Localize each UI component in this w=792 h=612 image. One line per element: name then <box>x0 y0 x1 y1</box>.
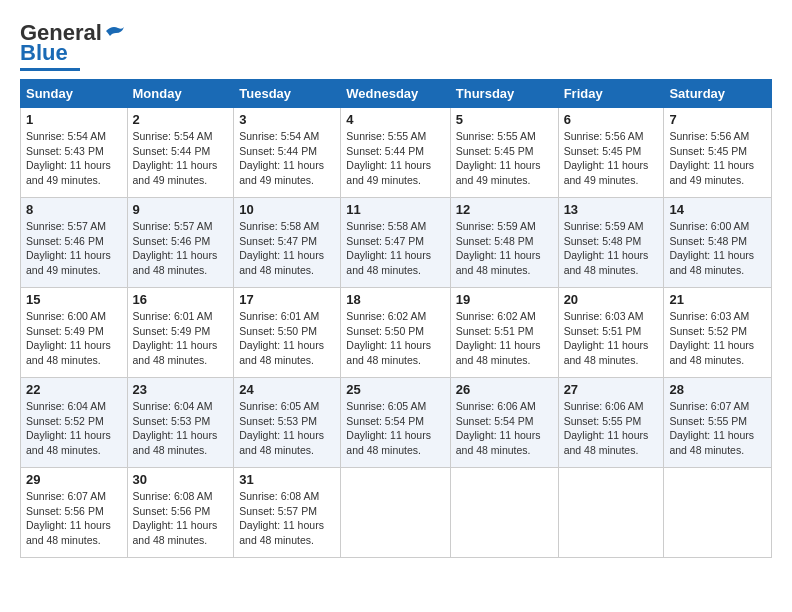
calendar-cell: 3Sunrise: 5:54 AM Sunset: 5:44 PM Daylig… <box>234 108 341 198</box>
calendar-cell: 23Sunrise: 6:04 AM Sunset: 5:53 PM Dayli… <box>127 378 234 468</box>
day-info: Sunrise: 6:07 AM Sunset: 5:56 PM Dayligh… <box>26 489 122 548</box>
day-number: 3 <box>239 112 335 127</box>
day-number: 25 <box>346 382 444 397</box>
day-number: 13 <box>564 202 659 217</box>
calendar-cell: 15Sunrise: 6:00 AM Sunset: 5:49 PM Dayli… <box>21 288 128 378</box>
calendar-cell: 28Sunrise: 6:07 AM Sunset: 5:55 PM Dayli… <box>664 378 772 468</box>
calendar-cell: 5Sunrise: 5:55 AM Sunset: 5:45 PM Daylig… <box>450 108 558 198</box>
day-number: 11 <box>346 202 444 217</box>
calendar-cell: 11Sunrise: 5:58 AM Sunset: 5:47 PM Dayli… <box>341 198 450 288</box>
day-number: 9 <box>133 202 229 217</box>
calendar-cell: 9Sunrise: 5:57 AM Sunset: 5:46 PM Daylig… <box>127 198 234 288</box>
calendar-cell: 24Sunrise: 6:05 AM Sunset: 5:53 PM Dayli… <box>234 378 341 468</box>
calendar-table: SundayMondayTuesdayWednesdayThursdayFrid… <box>20 79 772 558</box>
day-info: Sunrise: 5:59 AM Sunset: 5:48 PM Dayligh… <box>456 219 553 278</box>
day-number: 10 <box>239 202 335 217</box>
calendar-cell: 25Sunrise: 6:05 AM Sunset: 5:54 PM Dayli… <box>341 378 450 468</box>
calendar-cell: 27Sunrise: 6:06 AM Sunset: 5:55 PM Dayli… <box>558 378 664 468</box>
calendar-cell: 6Sunrise: 5:56 AM Sunset: 5:45 PM Daylig… <box>558 108 664 198</box>
calendar-body: 1Sunrise: 5:54 AM Sunset: 5:43 PM Daylig… <box>21 108 772 558</box>
calendar-cell <box>341 468 450 558</box>
day-info: Sunrise: 5:57 AM Sunset: 5:46 PM Dayligh… <box>133 219 229 278</box>
day-number: 15 <box>26 292 122 307</box>
day-number: 23 <box>133 382 229 397</box>
calendar-cell <box>558 468 664 558</box>
calendar-week-2: 8Sunrise: 5:57 AM Sunset: 5:46 PM Daylig… <box>21 198 772 288</box>
day-info: Sunrise: 6:01 AM Sunset: 5:50 PM Dayligh… <box>239 309 335 368</box>
day-number: 19 <box>456 292 553 307</box>
day-number: 7 <box>669 112 766 127</box>
calendar-cell: 2Sunrise: 5:54 AM Sunset: 5:44 PM Daylig… <box>127 108 234 198</box>
calendar-cell: 10Sunrise: 5:58 AM Sunset: 5:47 PM Dayli… <box>234 198 341 288</box>
day-info: Sunrise: 6:00 AM Sunset: 5:48 PM Dayligh… <box>669 219 766 278</box>
logo: General Blue <box>20 20 126 71</box>
day-number: 22 <box>26 382 122 397</box>
day-info: Sunrise: 6:05 AM Sunset: 5:54 PM Dayligh… <box>346 399 444 458</box>
day-number: 27 <box>564 382 659 397</box>
calendar-header: SundayMondayTuesdayWednesdayThursdayFrid… <box>21 80 772 108</box>
logo-bird-icon <box>104 23 126 39</box>
day-info: Sunrise: 5:56 AM Sunset: 5:45 PM Dayligh… <box>564 129 659 188</box>
calendar-cell <box>664 468 772 558</box>
day-info: Sunrise: 6:02 AM Sunset: 5:50 PM Dayligh… <box>346 309 444 368</box>
day-number: 24 <box>239 382 335 397</box>
calendar-cell: 21Sunrise: 6:03 AM Sunset: 5:52 PM Dayli… <box>664 288 772 378</box>
day-info: Sunrise: 6:03 AM Sunset: 5:52 PM Dayligh… <box>669 309 766 368</box>
day-number: 28 <box>669 382 766 397</box>
day-number: 4 <box>346 112 444 127</box>
calendar-cell: 17Sunrise: 6:01 AM Sunset: 5:50 PM Dayli… <box>234 288 341 378</box>
day-info: Sunrise: 5:58 AM Sunset: 5:47 PM Dayligh… <box>346 219 444 278</box>
header-day-sunday: Sunday <box>21 80 128 108</box>
day-number: 29 <box>26 472 122 487</box>
day-info: Sunrise: 6:06 AM Sunset: 5:54 PM Dayligh… <box>456 399 553 458</box>
day-number: 6 <box>564 112 659 127</box>
day-info: Sunrise: 6:08 AM Sunset: 5:56 PM Dayligh… <box>133 489 229 548</box>
logo-text-blue: Blue <box>20 40 68 66</box>
day-info: Sunrise: 5:55 AM Sunset: 5:45 PM Dayligh… <box>456 129 553 188</box>
calendar-cell: 14Sunrise: 6:00 AM Sunset: 5:48 PM Dayli… <box>664 198 772 288</box>
header-day-saturday: Saturday <box>664 80 772 108</box>
calendar-week-4: 22Sunrise: 6:04 AM Sunset: 5:52 PM Dayli… <box>21 378 772 468</box>
header-day-monday: Monday <box>127 80 234 108</box>
calendar-cell: 31Sunrise: 6:08 AM Sunset: 5:57 PM Dayli… <box>234 468 341 558</box>
day-number: 2 <box>133 112 229 127</box>
day-info: Sunrise: 6:03 AM Sunset: 5:51 PM Dayligh… <box>564 309 659 368</box>
calendar-cell: 19Sunrise: 6:02 AM Sunset: 5:51 PM Dayli… <box>450 288 558 378</box>
day-number: 31 <box>239 472 335 487</box>
day-info: Sunrise: 6:04 AM Sunset: 5:53 PM Dayligh… <box>133 399 229 458</box>
calendar-cell: 8Sunrise: 5:57 AM Sunset: 5:46 PM Daylig… <box>21 198 128 288</box>
day-info: Sunrise: 5:58 AM Sunset: 5:47 PM Dayligh… <box>239 219 335 278</box>
header-day-thursday: Thursday <box>450 80 558 108</box>
day-number: 21 <box>669 292 766 307</box>
calendar-cell: 30Sunrise: 6:08 AM Sunset: 5:56 PM Dayli… <box>127 468 234 558</box>
day-info: Sunrise: 6:00 AM Sunset: 5:49 PM Dayligh… <box>26 309 122 368</box>
calendar-cell: 18Sunrise: 6:02 AM Sunset: 5:50 PM Dayli… <box>341 288 450 378</box>
calendar-cell: 29Sunrise: 6:07 AM Sunset: 5:56 PM Dayli… <box>21 468 128 558</box>
calendar-cell <box>450 468 558 558</box>
day-info: Sunrise: 6:08 AM Sunset: 5:57 PM Dayligh… <box>239 489 335 548</box>
calendar-cell: 22Sunrise: 6:04 AM Sunset: 5:52 PM Dayli… <box>21 378 128 468</box>
header-row: SundayMondayTuesdayWednesdayThursdayFrid… <box>21 80 772 108</box>
day-number: 16 <box>133 292 229 307</box>
day-info: Sunrise: 5:54 AM Sunset: 5:44 PM Dayligh… <box>239 129 335 188</box>
day-number: 12 <box>456 202 553 217</box>
day-number: 5 <box>456 112 553 127</box>
day-number: 18 <box>346 292 444 307</box>
calendar-cell: 4Sunrise: 5:55 AM Sunset: 5:44 PM Daylig… <box>341 108 450 198</box>
calendar-cell: 20Sunrise: 6:03 AM Sunset: 5:51 PM Dayli… <box>558 288 664 378</box>
day-number: 14 <box>669 202 766 217</box>
calendar-cell: 26Sunrise: 6:06 AM Sunset: 5:54 PM Dayli… <box>450 378 558 468</box>
day-number: 30 <box>133 472 229 487</box>
page-header: General Blue <box>20 20 772 71</box>
day-info: Sunrise: 5:54 AM Sunset: 5:43 PM Dayligh… <box>26 129 122 188</box>
day-number: 20 <box>564 292 659 307</box>
calendar-cell: 13Sunrise: 5:59 AM Sunset: 5:48 PM Dayli… <box>558 198 664 288</box>
day-number: 26 <box>456 382 553 397</box>
calendar-week-5: 29Sunrise: 6:07 AM Sunset: 5:56 PM Dayli… <box>21 468 772 558</box>
header-day-wednesday: Wednesday <box>341 80 450 108</box>
day-info: Sunrise: 5:57 AM Sunset: 5:46 PM Dayligh… <box>26 219 122 278</box>
calendar-cell: 16Sunrise: 6:01 AM Sunset: 5:49 PM Dayli… <box>127 288 234 378</box>
header-day-tuesday: Tuesday <box>234 80 341 108</box>
day-number: 1 <box>26 112 122 127</box>
calendar-cell: 1Sunrise: 5:54 AM Sunset: 5:43 PM Daylig… <box>21 108 128 198</box>
